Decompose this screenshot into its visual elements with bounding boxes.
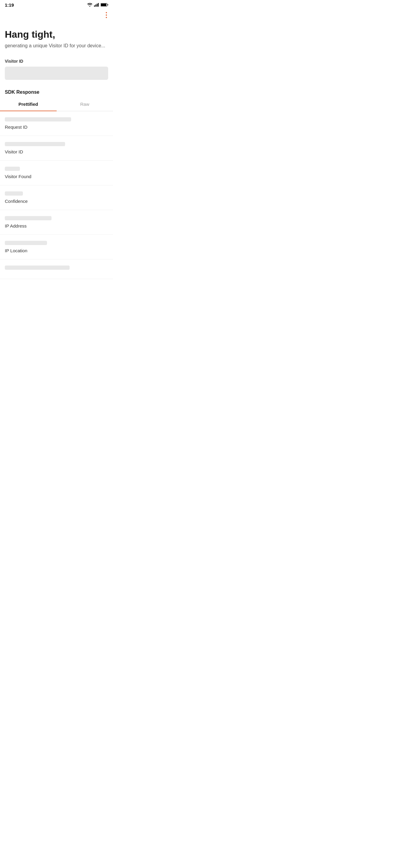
ip-address-label: IP Address [5,223,108,228]
top-bar [0,8,113,22]
wifi-icon [87,3,92,7]
ip-address-skeleton [5,216,52,220]
first-seen-at-skeleton [5,266,70,270]
visitor-found-skeleton [5,167,20,171]
svg-rect-0 [94,5,95,7]
list-item: IP Location [0,235,113,259]
list-item [0,259,113,279]
list-item: Visitor Found [0,161,113,185]
svg-rect-6 [107,4,108,5]
more-options-button[interactable] [104,11,108,19]
ip-location-label: IP Location [5,248,108,253]
status-time: 1:19 [5,2,14,7]
svg-rect-5 [101,4,106,6]
svg-rect-3 [98,3,99,7]
svg-rect-1 [96,4,96,7]
list-item: Request ID [0,111,113,136]
visitor-found-label: Visitor Found [5,174,108,179]
visitor-id-skeleton [5,67,108,80]
sdk-response-section: SDK Response Prettified Raw Request ID V… [0,90,113,279]
list-item: Confidence [0,185,113,210]
header-section: Hang tight, generating a unique Visitor … [0,22,113,59]
list-item: IP Address [0,210,113,235]
status-icons [87,3,108,7]
battery-icon [101,3,108,7]
more-dot [106,17,107,18]
visitor-id-section: Visitor ID [0,59,113,80]
list-item: Visitor ID [0,136,113,161]
more-dot [106,14,107,16]
tabs-container: Prettified Raw [0,97,113,111]
request-id-skeleton [5,117,71,121]
confidence-skeleton [5,191,23,195]
tab-raw[interactable]: Raw [57,97,113,111]
request-id-label: Request ID [5,124,108,130]
header-title: Hang tight, [5,29,108,40]
signal-icon [94,3,99,7]
ip-location-skeleton [5,241,47,245]
tab-prettified[interactable]: Prettified [0,97,57,111]
response-list: Request ID Visitor ID Visitor Found Conf… [0,111,113,279]
sdk-response-label: SDK Response [0,90,113,95]
visitor-id-value-skeleton [5,142,65,146]
header-subtitle: generating a unique Visitor ID for your … [5,42,108,49]
svg-rect-2 [97,4,98,7]
visitor-id-value-label: Visitor ID [5,149,108,154]
visitor-id-label: Visitor ID [0,59,113,64]
more-dot [106,12,107,13]
status-bar: 1:19 [0,0,113,8]
confidence-label: Confidence [5,198,108,204]
